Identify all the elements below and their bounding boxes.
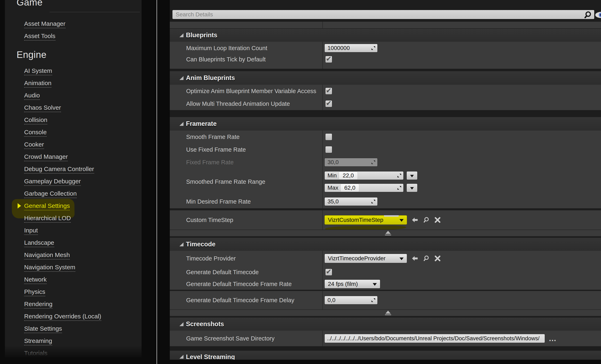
clear-icon[interactable] xyxy=(434,256,441,261)
advanced-expander-strip xyxy=(170,230,601,237)
smooth-frame-rate-checkbox[interactable] xyxy=(325,133,332,140)
custom-timestep-dropdown[interactable]: VizrtCustomTimeStep xyxy=(324,215,407,225)
sidebar-item-navigation-system[interactable]: Navigation System xyxy=(24,263,75,272)
property-row-smoothed-frame-rate-range: Smoothed Frame Rate Range Min 22,0 Max xyxy=(170,169,601,195)
browse-to-asset-icon[interactable] xyxy=(423,217,430,223)
numeric-drag-icon[interactable] xyxy=(371,298,376,303)
numeric-drag-icon[interactable] xyxy=(397,185,402,190)
panel-splitter[interactable] xyxy=(157,0,157,364)
fixed-frame-rate-input: 30,0 xyxy=(324,158,378,167)
expanded-arrow-icon xyxy=(180,243,183,246)
multi-threaded-anim-checkbox[interactable] xyxy=(325,100,332,107)
sidebar-item-gameplay-debugger[interactable]: Gameplay Debugger xyxy=(24,177,81,186)
sidebar-item-collision[interactable]: Collision xyxy=(24,116,47,124)
section-header-level-streaming[interactable]: Level Streaming xyxy=(170,351,601,360)
section-header-timecode[interactable]: Timecode xyxy=(170,238,601,251)
sidebar-item-landscape[interactable]: Landscape xyxy=(24,239,54,247)
section-header-screenshots[interactable]: Screenshots xyxy=(170,318,601,331)
sidebar-item-physics[interactable]: Physics xyxy=(24,288,45,296)
sidebar-item-rendering[interactable]: Rendering xyxy=(24,300,52,309)
chevron-down-icon xyxy=(400,257,404,260)
sidebar-item-audio[interactable]: Audio xyxy=(24,91,40,100)
browse-to-asset-icon[interactable] xyxy=(423,255,430,262)
expanded-arrow-icon xyxy=(180,33,183,37)
search-input[interactable] xyxy=(172,10,594,19)
sidebar-item-hierarchical-lod[interactable]: Hierarchical LOD xyxy=(24,214,71,222)
eject-icon xyxy=(385,311,391,314)
property-row-min-desired-frame-rate: Min Desired Frame Rate 35,0 xyxy=(170,195,601,208)
settings-category-sidebar: Game Asset Manager Asset Tools Engine AI… xyxy=(5,0,141,357)
generate-default-timecode-checkbox[interactable] xyxy=(325,269,332,276)
browse-directory-button[interactable]: … xyxy=(549,336,556,341)
unreal-project-settings-window: { "sidebar": { "game_category": "Game", … xyxy=(0,0,601,364)
timecode-frame-rate-dropdown[interactable]: 24 fps (film) xyxy=(324,280,380,289)
min-desired-frame-rate-input[interactable]: 35,0 xyxy=(324,197,378,206)
screenshot-directory-input[interactable]: ../../../../../../../Users/bdo/Documents… xyxy=(324,334,545,343)
sidebar-item-ai-system[interactable]: AI System xyxy=(24,67,52,75)
property-row-can-blueprints-tick: Can Blueprints Tick by Default xyxy=(170,54,601,69)
expanded-arrow-icon xyxy=(180,76,183,80)
use-fixed-frame-rate-checkbox[interactable] xyxy=(325,146,332,153)
partial-row xyxy=(170,22,601,28)
sidebar-item-garbage-collection[interactable]: Garbage Collection xyxy=(24,190,77,198)
clear-icon[interactable] xyxy=(434,217,441,223)
section-header-framerate[interactable]: Framerate xyxy=(170,117,601,131)
section-header-anim-blueprints[interactable]: Anim Blueprints xyxy=(170,71,601,85)
sidebar-item-rendering-overrides[interactable]: Rendering Overrides (Local) xyxy=(24,313,101,321)
sidebar-item-asset-manager[interactable]: Asset Manager xyxy=(24,20,65,28)
selected-item-arrow-icon xyxy=(18,203,21,209)
sidebar-item-input[interactable]: Input xyxy=(24,226,38,235)
sidebar-item-console[interactable]: Console xyxy=(24,128,47,137)
property-row-max-loop-iteration: Maximum Loop Iteration Count 1000000 xyxy=(170,42,601,54)
collapse-advanced-button[interactable] xyxy=(385,231,391,235)
sidebar-item-streaming[interactable]: Streaming xyxy=(24,337,52,345)
advanced-expander-strip xyxy=(170,309,601,316)
numeric-drag-icon[interactable] xyxy=(371,46,376,51)
sidebar-item-network[interactable]: Network xyxy=(24,276,47,284)
smoothed-range-min-spinbox[interactable]: Min 22,0 xyxy=(324,171,404,180)
expanded-arrow-icon xyxy=(180,355,183,359)
timecode-provider-dropdown[interactable]: VizrtTimecodeProvider xyxy=(324,254,407,263)
sidebar-item-navigation-mesh[interactable]: Navigation Mesh xyxy=(24,251,70,259)
section-header-blueprints[interactable]: Blueprints xyxy=(170,29,601,42)
numeric-drag-icon[interactable] xyxy=(371,199,376,204)
sidebar-item-animation[interactable]: Animation xyxy=(24,79,51,88)
property-row-timecode-frame-delay: Generate Default Timecode Frame Delay 0,… xyxy=(170,291,601,309)
sidebar-item-cooker[interactable]: Cooker xyxy=(24,141,44,149)
numeric-drag-icon[interactable] xyxy=(397,173,402,178)
property-row-screenshot-save-directory: Game Screenshot Save Directory ../../../… xyxy=(170,331,601,346)
expanded-arrow-icon xyxy=(180,322,183,326)
use-selected-asset-arrow-icon[interactable] xyxy=(411,256,418,261)
min-value-field[interactable]: 22,0 xyxy=(339,172,358,180)
max-value-field[interactable]: 62,0 xyxy=(341,184,360,192)
sidebar-divider xyxy=(50,12,140,12)
property-row-optimize-anim: Optimize Anim Blueprint Member Variable … xyxy=(170,85,601,97)
optimize-anim-checkbox[interactable] xyxy=(325,88,332,94)
timecode-frame-delay-input[interactable]: 0,0 xyxy=(324,296,378,304)
view-options-eye-icon[interactable] xyxy=(595,11,601,19)
sidebar-item-slate-settings[interactable]: Slate Settings xyxy=(24,325,62,333)
sidebar-item-asset-tools[interactable]: Asset Tools xyxy=(24,32,55,40)
chevron-down-icon xyxy=(373,283,377,286)
property-row-multi-threaded-anim: Allow Multi Threaded Animation Update xyxy=(170,97,601,110)
chevron-down-icon xyxy=(400,219,404,222)
sidebar-item-chaos-solver[interactable]: Chaos Solver xyxy=(24,104,61,112)
expanded-arrow-icon xyxy=(180,122,183,126)
sidebar-item-general-settings[interactable]: General Settings xyxy=(24,202,70,210)
max-loop-iteration-input[interactable]: 1000000 xyxy=(324,44,378,52)
max-bound-dropdown-button[interactable] xyxy=(406,183,418,192)
sidebar-category-game: Game xyxy=(17,0,42,8)
sidebar-item-debug-camera-controller[interactable]: Debug Camera Controller xyxy=(24,165,94,173)
property-row-timecode-frame-rate: Generate Default Timecode Frame Rate 24 … xyxy=(170,278,601,290)
use-selected-asset-arrow-icon[interactable] xyxy=(411,217,418,223)
property-row-fixed-frame-rate: Fixed Frame Rate 30,0 xyxy=(170,156,601,169)
eject-icon xyxy=(385,231,391,234)
collapse-advanced-button[interactable] xyxy=(385,311,391,315)
smoothed-range-max-spinbox[interactable]: Max 62,0 xyxy=(324,183,404,192)
sidebar-category-engine: Engine xyxy=(17,49,46,60)
min-bound-dropdown-button[interactable] xyxy=(406,171,418,180)
property-row-timecode-provider: Timecode Provider VizrtTimecodeProvider xyxy=(170,251,601,266)
sidebar-item-crowd-manager[interactable]: Crowd Manager xyxy=(24,153,68,161)
property-row-smooth-frame-rate: Smooth Frame Rate xyxy=(170,131,601,143)
can-blueprints-tick-checkbox[interactable] xyxy=(325,56,332,63)
